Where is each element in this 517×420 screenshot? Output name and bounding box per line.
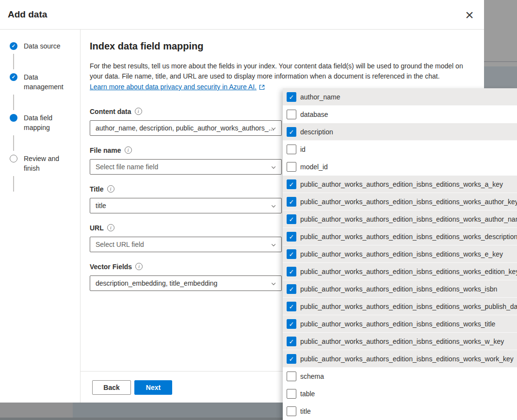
screen: Add data × Data source Data management bbox=[0, 0, 517, 420]
dropdown-option-row[interactable]: public_author_works_authors_edition_isbn… bbox=[283, 176, 517, 193]
checkbox[interactable] bbox=[287, 284, 296, 294]
dropdown-option-label: public_author_works_authors_edition_isbn… bbox=[300, 215, 517, 223]
checkbox[interactable] bbox=[287, 319, 296, 329]
step-connector bbox=[13, 95, 14, 110]
info-icon[interactable]: i bbox=[107, 224, 114, 231]
dropdown-option-row[interactable]: public_author_works_authors_edition_isbn… bbox=[283, 333, 517, 350]
form-field: Title i title bbox=[90, 184, 282, 213]
checkbox[interactable] bbox=[287, 92, 296, 102]
dropdown-option-row[interactable]: public_author_works_authors_edition_isbn… bbox=[283, 298, 517, 315]
dropdown-option-row[interactable]: database bbox=[283, 106, 517, 123]
field-combobox[interactable]: title bbox=[90, 198, 282, 213]
dropdown-option-label: public_author_works_authors_edition_isbn… bbox=[300, 285, 497, 293]
checkbox[interactable] bbox=[287, 249, 296, 259]
close-icon: × bbox=[465, 8, 474, 22]
dropdown-option-row[interactable]: description bbox=[283, 123, 517, 141]
dropdown-option-row[interactable]: title bbox=[283, 403, 517, 420]
dropdown-option-row[interactable]: author_name bbox=[283, 88, 517, 106]
dropdown-option-label: public_author_works_authors_edition_isbn… bbox=[300, 268, 517, 275]
checkbox[interactable] bbox=[287, 214, 296, 224]
checkbox[interactable] bbox=[287, 302, 296, 311]
dropdown-option-row[interactable]: public_author_works_authors_edition_isbn… bbox=[283, 228, 517, 245]
checkbox[interactable] bbox=[287, 267, 296, 276]
sidebar-divider bbox=[80, 30, 81, 403]
step-label: Review and finish bbox=[24, 154, 70, 173]
info-icon[interactable]: i bbox=[135, 263, 143, 270]
dropdown-option-row[interactable]: public_author_works_authors_edition_isbn… bbox=[283, 263, 517, 280]
wizard-step[interactable]: Data field mapping bbox=[10, 113, 78, 151]
back-button[interactable]: Back bbox=[92, 380, 131, 395]
dropdown-option-row[interactable]: public_author_works_authors_edition_isbn… bbox=[283, 280, 517, 298]
step-connector bbox=[13, 54, 14, 69]
privacy-link-text: Learn more about data privacy and securi… bbox=[90, 82, 257, 92]
dropdown-option-row[interactable]: public_author_works_authors_edition_isbn… bbox=[283, 193, 517, 210]
chevron-down-icon bbox=[271, 164, 276, 170]
info-icon[interactable]: i bbox=[135, 108, 142, 115]
dropdown-option-label: model_id bbox=[300, 163, 328, 171]
dropdown-option-label: public_author_works_authors_edition_isbn… bbox=[300, 338, 504, 345]
field-label-row: Title i bbox=[90, 184, 282, 194]
field-combobox[interactable]: description_embedding, title_embedding bbox=[90, 275, 282, 291]
checkbox[interactable] bbox=[287, 232, 296, 242]
chevron-down-icon bbox=[271, 203, 276, 209]
checkbox[interactable] bbox=[287, 110, 296, 119]
dropdown-option-row[interactable]: public_author_works_authors_edition_isbn… bbox=[283, 350, 517, 368]
header-divider bbox=[0, 29, 484, 30]
dropdown-option-label: author_name bbox=[300, 93, 340, 101]
step-status-icon bbox=[10, 114, 17, 122]
dropdown-option-label: table bbox=[300, 390, 315, 398]
field-label-row: URL i bbox=[90, 223, 282, 232]
checkbox[interactable] bbox=[287, 372, 296, 381]
checkbox[interactable] bbox=[287, 389, 296, 399]
checkbox[interactable] bbox=[287, 179, 296, 189]
field-label-row: File name i bbox=[90, 145, 282, 155]
dropdown-option-row[interactable]: schema bbox=[283, 368, 517, 385]
dropdown-option-row[interactable]: id bbox=[283, 141, 517, 158]
dropdown-option-label: schema bbox=[300, 372, 324, 380]
field-label-row: Content data i bbox=[90, 107, 282, 116]
dropdown-option-label: id bbox=[300, 145, 306, 153]
dropdown-option-label: description bbox=[300, 128, 333, 136]
checkbox[interactable] bbox=[287, 197, 296, 207]
dropdown-option-row[interactable]: public_author_works_authors_edition_isbn… bbox=[283, 245, 517, 263]
form-field: Vector Fields i description_embedding, t… bbox=[90, 262, 282, 291]
wizard-step-row: Data field mapping bbox=[10, 113, 78, 132]
step-label: Data field mapping bbox=[24, 113, 70, 132]
field-label: Content data bbox=[90, 108, 131, 115]
next-button[interactable]: Next bbox=[134, 380, 172, 395]
wizard-step[interactable]: Data source bbox=[10, 41, 78, 69]
dropdown-option-label: public_author_works_authors_edition_isbn… bbox=[300, 180, 503, 188]
backdrop-divider-line bbox=[484, 61, 517, 62]
content-data-dropdown: author_name database description id mode… bbox=[283, 88, 517, 420]
close-button[interactable]: × bbox=[461, 6, 478, 24]
chevron-down-icon bbox=[271, 281, 276, 287]
privacy-link[interactable]: Learn more about data privacy and securi… bbox=[90, 82, 265, 92]
wizard-step[interactable]: Review and finish bbox=[10, 154, 78, 192]
dropdown-option-row[interactable]: public_author_works_authors_edition_isbn… bbox=[283, 315, 517, 333]
dropdown-option-row[interactable]: table bbox=[283, 385, 517, 403]
step-status-icon bbox=[10, 73, 17, 81]
checkbox[interactable] bbox=[287, 127, 296, 137]
field-mapping-form: Content data i author_name, description,… bbox=[90, 107, 282, 301]
field-label: File name bbox=[90, 146, 121, 154]
dropdown-option-row[interactable]: model_id bbox=[283, 158, 517, 176]
combobox-value: description_embedding, title_embedding bbox=[90, 276, 281, 291]
dropdown-option-row[interactable]: public_author_works_authors_edition_isbn… bbox=[283, 210, 517, 228]
info-icon[interactable]: i bbox=[107, 185, 114, 193]
checkbox[interactable] bbox=[287, 145, 296, 154]
checkbox[interactable] bbox=[287, 354, 296, 364]
dropdown-option-label: public_author_works_authors_edition_isbn… bbox=[300, 250, 503, 258]
field-label-row: Vector Fields i bbox=[90, 262, 282, 271]
info-icon[interactable]: i bbox=[125, 146, 132, 154]
step-status-icon bbox=[10, 155, 17, 162]
field-combobox[interactable]: Select URL field bbox=[90, 237, 282, 252]
field-combobox[interactable]: author_name, description, public_author_… bbox=[90, 120, 282, 136]
chevron-down-icon bbox=[271, 126, 276, 131]
field-combobox[interactable]: Select file name field bbox=[90, 159, 282, 175]
checkbox[interactable] bbox=[287, 337, 296, 346]
dropdown-option-label: public_author_works_authors_edition_isbn… bbox=[300, 355, 514, 363]
wizard-step[interactable]: Data management bbox=[10, 72, 78, 110]
checkbox[interactable] bbox=[287, 406, 296, 416]
checkbox[interactable] bbox=[287, 162, 296, 172]
wizard-step-row: Review and finish bbox=[10, 154, 78, 173]
